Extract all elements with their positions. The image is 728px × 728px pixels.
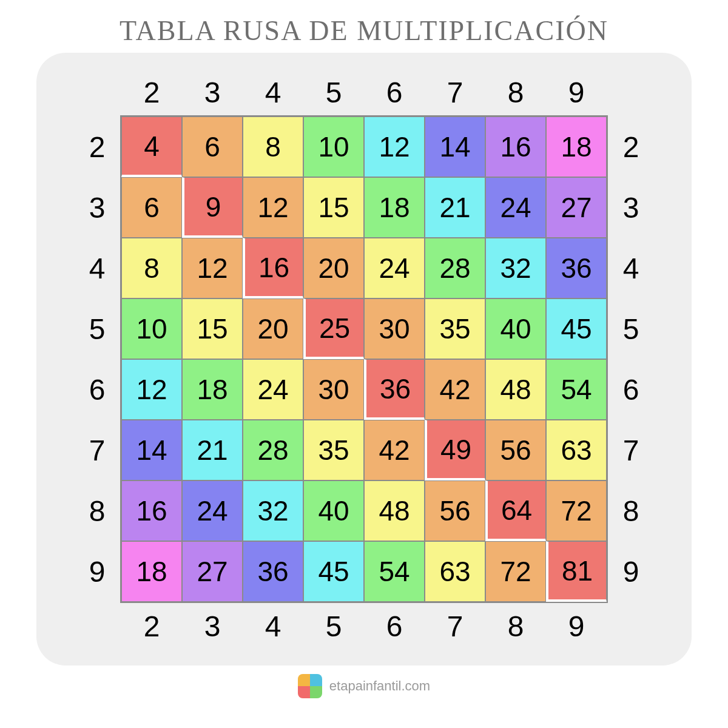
table-cell: 27 [546,177,607,238]
row-header: 3 [89,191,106,224]
row-header: 4 [89,252,106,285]
table-cell: 6 [182,116,243,177]
col-footer: 8 [508,610,524,643]
table-cell: 14 [121,420,182,480]
table-cell: 72 [546,480,607,541]
table-cell: 56 [485,420,546,480]
col-footer: 6 [386,610,403,643]
table-cell: 12 [182,238,243,298]
table-cell: 15 [303,177,364,238]
table-cell: 18 [364,177,425,238]
row-header: 6 [89,373,106,406]
grid-inner: 4681012141618691215182124278121620242832… [120,115,608,603]
col-header: 3 [204,76,221,109]
col-header: 2 [144,76,160,109]
table-cell: 42 [364,420,425,480]
table-cell: 14 [425,116,485,177]
table-cell: 36 [243,541,303,602]
table-cell: 24 [485,177,546,238]
table-cell: 35 [303,420,364,480]
table-cell: 54 [364,541,425,602]
table-cell: 6 [121,177,182,238]
table-cell: 35 [425,298,485,359]
page-title: TABLA RUSA DE MULTIPLICACIÓN [120,15,608,47]
table-cell: 10 [303,116,364,177]
col-header: 9 [568,76,585,109]
table-cell: 45 [546,298,607,359]
col-header: 4 [265,76,281,109]
col-header: 6 [386,76,403,109]
row-header: 2 [89,130,106,164]
col-footer: 5 [326,610,342,643]
table-cell: 40 [303,480,364,541]
col-footer: 4 [265,610,281,643]
logo-icon [298,674,322,698]
row-header: 9 [89,555,106,588]
table-cell: 9 [182,177,243,238]
table-cell: 32 [485,238,546,298]
row-header: 7 [89,434,106,467]
table-cell: 20 [303,238,364,298]
table-cell: 18 [121,541,182,602]
footer: etapainfantil.com [298,674,430,698]
table-cell: 63 [546,420,607,480]
table-cell: 64 [485,480,546,541]
table-cell: 12 [364,116,425,177]
row-header-right: 6 [623,373,639,406]
table-cell: 24 [364,238,425,298]
table-cell: 54 [546,359,607,420]
table-cell: 48 [485,359,546,420]
col-header: 8 [508,76,524,109]
col-footer: 2 [144,610,160,643]
table-cell: 16 [121,480,182,541]
table-cell: 28 [425,238,485,298]
table-cell: 36 [364,359,425,420]
table-cell: 18 [546,116,607,177]
col-footer: 9 [568,610,585,643]
table-cell: 20 [243,298,303,359]
table-cell: 18 [182,359,243,420]
table-cell: 24 [182,480,243,541]
col-header: 7 [447,76,463,109]
table-cell: 16 [243,238,303,298]
table-cell: 36 [546,238,607,298]
table-cell: 40 [485,298,546,359]
table-cell: 63 [425,541,485,602]
row-header-right: 5 [623,312,639,346]
table-cell: 30 [303,359,364,420]
row-header-right: 2 [623,130,639,164]
table-cell: 21 [425,177,485,238]
table-cell: 8 [121,238,182,298]
row-header: 8 [89,494,106,528]
table-cell: 21 [182,420,243,480]
table-cell: 8 [243,116,303,177]
table-cell: 16 [485,116,546,177]
col-header: 5 [326,76,342,109]
table-cell: 32 [243,480,303,541]
row-header-right: 4 [623,252,639,285]
table-cell: 72 [485,541,546,602]
row-header-right: 8 [623,494,639,528]
table-cell: 45 [303,541,364,602]
table-panel: 2 3 4 5 6 7 8 9 2 3 4 5 6 7 8 9 2 3 4 5 … [36,53,692,666]
table-cell: 10 [121,298,182,359]
table-cell: 30 [364,298,425,359]
multiplication-grid: 2 3 4 5 6 7 8 9 2 3 4 5 6 7 8 9 2 3 4 5 … [73,68,655,650]
row-header: 5 [89,312,106,346]
table-cell: 4 [121,116,182,177]
table-cell: 25 [303,298,364,359]
col-footer: 7 [447,610,463,643]
col-footer: 3 [204,610,221,643]
footer-text: etapainfantil.com [329,678,430,694]
table-cell: 27 [182,541,243,602]
row-header-right: 3 [623,191,639,224]
table-cell: 48 [364,480,425,541]
row-header-right: 7 [623,434,639,467]
table-cell: 42 [425,359,485,420]
table-cell: 56 [425,480,485,541]
table-cell: 24 [243,359,303,420]
table-cell: 15 [182,298,243,359]
table-cell: 12 [121,359,182,420]
table-cell: 28 [243,420,303,480]
row-header-right: 9 [623,555,639,588]
